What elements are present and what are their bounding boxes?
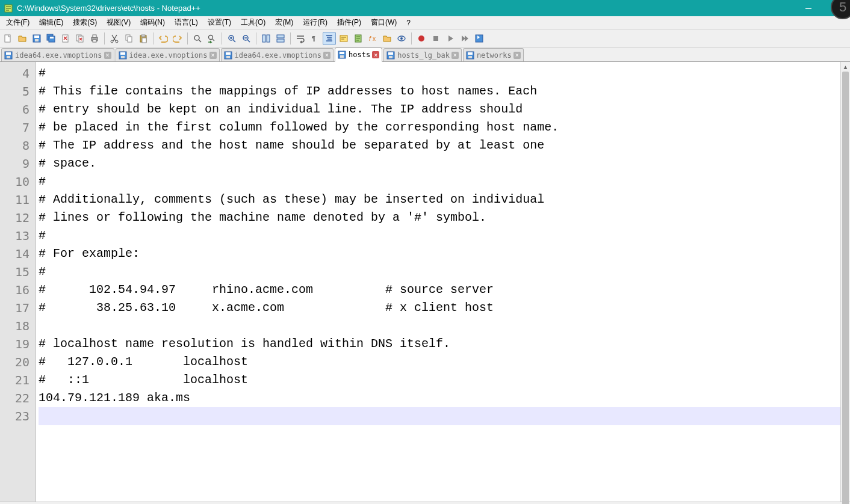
code-line[interactable]: # localhost name resolution is handled w… <box>39 335 840 353</box>
code-line[interactable]: # <box>39 173 840 191</box>
zoom-out-button[interactable] <box>240 32 253 45</box>
code-line[interactable]: # This file contains the mappings of IP … <box>39 82 840 100</box>
code-area[interactable]: ## This file contains the mappings of IP… <box>36 62 840 502</box>
line-number: 21 <box>0 371 36 389</box>
minimize-button[interactable] <box>795 0 822 16</box>
close-all-button[interactable] <box>73 32 87 45</box>
tab-idea-exe-vmoptions[interactable]: idea.exe.vmoptions× <box>116 48 220 61</box>
code-line[interactable]: # lines or following the machine name de… <box>39 209 840 227</box>
save-button[interactable] <box>30 32 43 45</box>
monitoring-button[interactable] <box>395 32 408 45</box>
tab-hosts[interactable]: hosts× <box>335 48 382 62</box>
svg-rect-57 <box>468 52 473 55</box>
menu-run[interactable]: 运行(R) <box>298 16 332 29</box>
menu-plugins[interactable]: 插件(P) <box>332 16 366 29</box>
tab-networks[interactable]: networks× <box>463 48 524 61</box>
code-line[interactable]: # 127.0.0.1 localhost <box>39 353 840 371</box>
save-all-button[interactable] <box>45 32 58 45</box>
code-line[interactable] <box>39 407 840 425</box>
menu-search[interactable]: 搜索(S) <box>68 16 102 29</box>
indent-guide-button[interactable] <box>323 32 336 45</box>
line-number: 14 <box>0 245 36 263</box>
code-line[interactable]: # ::1 localhost <box>39 371 840 389</box>
svg-rect-45 <box>120 52 125 55</box>
tab-close-icon[interactable]: × <box>104 52 111 59</box>
tab-close-icon[interactable]: × <box>513 52 521 59</box>
tab-close-icon[interactable]: × <box>209 52 217 59</box>
scroll-thumb[interactable] <box>842 72 849 504</box>
zoom-in-button[interactable] <box>225 32 238 45</box>
svg-rect-30 <box>277 39 284 42</box>
folder-workspace-button[interactable] <box>380 32 394 45</box>
svg-rect-27 <box>262 35 265 42</box>
menu-view[interactable]: 视图(V) <box>102 16 135 29</box>
line-number: 4 <box>0 64 36 82</box>
code-line[interactable]: # space. <box>39 155 840 173</box>
svg-rect-43 <box>7 56 10 58</box>
close-file-button[interactable] <box>59 32 72 45</box>
function-list-button[interactable]: fx <box>366 32 379 45</box>
save-macro-button[interactable] <box>473 32 486 45</box>
tab-hosts-lg-bak[interactable]: hosts_lg_bak× <box>383 48 462 61</box>
stop-macro-button[interactable] <box>429 32 442 45</box>
menu-encoding[interactable]: 编码(N) <box>135 16 170 29</box>
sync-h-button[interactable] <box>274 32 287 45</box>
find-button[interactable] <box>191 32 204 45</box>
new-file-button[interactable] <box>1 32 14 45</box>
code-line[interactable]: # The IP address and the host name shoul… <box>39 137 840 155</box>
tab-close-icon[interactable]: × <box>451 52 459 59</box>
replace-button[interactable] <box>205 32 219 45</box>
tab-idea64-exe-vmoptions[interactable]: idea64.exe.vmoptions× <box>1 48 114 61</box>
menu-settings[interactable]: 设置(T) <box>203 16 236 29</box>
cut-button[interactable] <box>108 32 121 45</box>
line-number: 15 <box>0 263 36 281</box>
sync-v-button[interactable] <box>259 32 273 45</box>
code-line[interactable]: # For example: <box>39 245 840 263</box>
svg-rect-42 <box>6 52 11 55</box>
menu-language[interactable]: 语言(L) <box>170 16 203 29</box>
paste-button[interactable] <box>137 32 150 45</box>
disk-icon <box>466 51 474 60</box>
code-line[interactable]: # <box>39 263 840 281</box>
svg-rect-15 <box>93 40 96 42</box>
code-line[interactable]: # Additionally, comments (such as these)… <box>39 191 840 209</box>
doc-map-button[interactable] <box>352 32 365 45</box>
line-number: 18 <box>0 317 36 335</box>
scroll-up-arrow[interactable]: ▲ <box>841 62 850 72</box>
record-macro-button[interactable] <box>415 32 428 45</box>
print-button[interactable] <box>88 32 101 45</box>
word-wrap-button[interactable] <box>294 32 307 45</box>
play-multi-button[interactable] <box>458 32 471 45</box>
code-line[interactable]: # 102.54.94.97 rhino.acme.com # source s… <box>39 281 840 299</box>
tab-close-icon[interactable]: × <box>372 51 379 58</box>
code-line[interactable]: # be placed in the first column followed… <box>39 118 840 137</box>
menu-help[interactable]: ? <box>402 17 415 28</box>
menu-tools[interactable]: 工具(O) <box>236 16 270 29</box>
code-line[interactable]: # <box>39 227 840 245</box>
code-line[interactable]: # <box>39 64 840 82</box>
menu-file[interactable]: 文件(F) <box>1 16 34 29</box>
svg-rect-48 <box>226 52 231 55</box>
show-all-chars-button[interactable]: ¶ <box>308 32 321 45</box>
user-lang-button[interactable] <box>337 32 350 45</box>
play-macro-button[interactable] <box>444 32 457 45</box>
menu-macro[interactable]: 宏(M) <box>270 16 298 29</box>
tab-close-icon[interactable]: × <box>323 52 330 59</box>
svg-point-17 <box>116 40 118 43</box>
open-file-button[interactable] <box>16 32 29 45</box>
vertical-scrollbar[interactable]: ▲ <box>840 62 850 502</box>
tab-label: idea64.exe.vmoptions <box>235 51 322 60</box>
toolbar: ¶ fx <box>0 29 850 48</box>
menu-edit[interactable]: 编辑(E) <box>34 16 68 29</box>
redo-button[interactable] <box>171 32 184 45</box>
copy-button[interactable] <box>122 32 135 45</box>
code-line[interactable]: # 38.25.63.10 x.acme.com # x client host <box>39 299 840 317</box>
svg-text:¶: ¶ <box>312 35 315 42</box>
undo-button[interactable] <box>157 32 170 45</box>
code-line[interactable]: # entry should be kept on an individual … <box>39 100 840 118</box>
code-line[interactable]: 104.79.121.189 aka.ms <box>39 389 840 407</box>
line-number: 13 <box>0 227 36 245</box>
menu-window[interactable]: 窗口(W) <box>366 16 402 29</box>
tab-idea64-exe-vmoptions[interactable]: idea64.exe.vmoptions× <box>221 48 334 61</box>
code-line[interactable] <box>39 317 840 335</box>
